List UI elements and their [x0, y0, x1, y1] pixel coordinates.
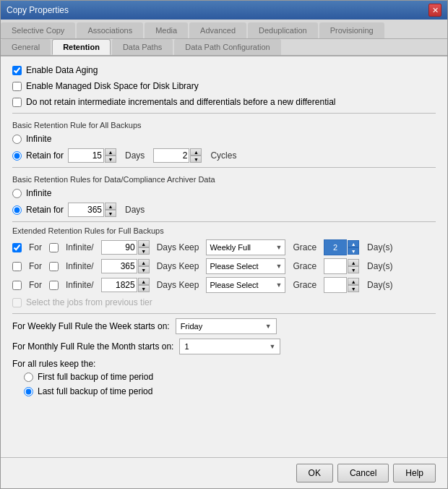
tab-general[interactable]: General: [1, 39, 51, 55]
tab-data-path-config[interactable]: Data Path Configuration: [174, 39, 280, 55]
divider1: [12, 113, 436, 114]
compliance-days-spinbtns: ▲ ▼: [105, 203, 116, 217]
managed-disk-checkbox[interactable]: [12, 82, 22, 91]
cancel-button[interactable]: Cancel: [337, 464, 389, 482]
tab-retention[interactable]: Retention: [52, 39, 111, 55]
compliance-retain-row: Retain for 365 ▲ ▼ Days: [12, 203, 436, 217]
ext-row1-infinite-checkbox[interactable]: [49, 243, 59, 252]
ext-row3-up[interactable]: ▲: [138, 278, 150, 285]
ext-row2-grace-up[interactable]: ▲: [348, 259, 359, 266]
close-button[interactable]: ✕: [428, 4, 441, 17]
enable-aging-checkbox[interactable]: [12, 66, 22, 75]
ext-row2-for-checkbox[interactable]: [12, 262, 22, 271]
ext-row2-grace-spin: ▲ ▼: [324, 258, 360, 274]
ext-row1-grace-num: 2: [333, 243, 337, 252]
compliance-days-label: Days: [125, 205, 145, 215]
tab-advanced[interactable]: Advanced: [189, 22, 246, 38]
ext-row2-days-input[interactable]: [101, 259, 137, 273]
managed-disk-label: Enable Managed Disk Space for Disk Libra…: [26, 81, 199, 91]
ext-row1-down[interactable]: ▼: [138, 247, 150, 255]
tab-deduplication[interactable]: Deduplication: [248, 22, 318, 38]
ext-row3-days-input[interactable]: [101, 278, 137, 292]
basic-retain-radio[interactable]: [12, 151, 22, 161]
compliance-days-down[interactable]: ▼: [105, 210, 116, 217]
basic-days-down[interactable]: ▼: [105, 156, 116, 163]
ext-row2-days-label: Days Keep: [157, 261, 199, 271]
extended-row-1: For Infinite/ ▲ ▼ Days Keep Weekly Full …: [12, 239, 436, 255]
full-backup-rule-section: For all rules keep the: First full backu…: [12, 359, 436, 396]
ext-row3-keep-dropdown[interactable]: Please Select ▼: [206, 277, 285, 293]
ext-row3-grace-down[interactable]: ▼: [348, 285, 359, 292]
compliance-days-input[interactable]: 365: [68, 203, 104, 217]
ext-row3-keep-value: Please Select: [210, 281, 258, 289]
content-area: Enable Data Aging Enable Managed Disk Sp…: [1, 56, 447, 457]
extended-row-2: For Infinite/ ▲ ▼ Days Keep Please Selec…: [12, 258, 436, 274]
ext-row2-infinite-checkbox[interactable]: [49, 262, 59, 271]
basic-days-input[interactable]: 15: [68, 148, 104, 163]
basic-cycles-input[interactable]: 2: [153, 148, 189, 163]
tab-data-paths[interactable]: Data Paths: [112, 39, 173, 55]
managed-disk-row: Enable Managed Disk Space for Disk Libra…: [12, 81, 436, 91]
ext-row3-days-spin: ▲ ▼: [101, 278, 150, 292]
weekly-rule-dropdown[interactable]: Friday ▼: [176, 318, 277, 334]
ext-row1-up[interactable]: ▲: [138, 240, 150, 247]
ext-row2-spinbtns: ▲ ▼: [138, 259, 150, 273]
tab-media[interactable]: Media: [145, 22, 188, 38]
select-jobs-row: Select the jobs from previous tier: [12, 297, 436, 307]
monthly-rule-value: 1: [184, 342, 189, 351]
ext-row2-infinite-label: Infinite/: [66, 261, 94, 271]
data-compliance-title: Basic Retention Rules for Data/Complianc…: [12, 175, 436, 184]
tab-selective-copy[interactable]: Selective Copy: [1, 22, 75, 38]
ext-row3-dropdown-arrow: ▼: [275, 281, 282, 289]
basic-cycles-up[interactable]: ▲: [190, 148, 202, 156]
ext-row2-up[interactable]: ▲: [138, 259, 150, 266]
ext-row3-for-checkbox[interactable]: [12, 281, 22, 290]
extended-row-3: For Infinite/ ▲ ▼ Days Keep Please Selec…: [12, 277, 436, 293]
ext-row3-grace-spinbtns: ▲ ▼: [348, 278, 359, 292]
no-retain-incremental-row: Do not retain intermediate incrementals …: [12, 97, 436, 107]
first-full-radio[interactable]: [24, 373, 33, 382]
ext-row2-down[interactable]: ▼: [138, 266, 150, 273]
last-full-label: Last full backup of time period: [38, 386, 152, 396]
ext-row2-grace-down[interactable]: ▼: [348, 266, 359, 273]
basic-retention-title: Basic Retention Rule for All Backups: [12, 121, 436, 129]
first-full-backup-row: First full backup of time period: [24, 372, 436, 382]
ext-row1-grace-down[interactable]: ▼: [348, 247, 359, 255]
ext-row3-days-label: Days Keep: [157, 280, 199, 290]
ext-row1-keep-value: Weekly Full: [210, 243, 251, 252]
compliance-days-up[interactable]: ▲: [105, 203, 116, 210]
ext-row2-keep-value: Please Select: [210, 262, 258, 271]
no-retain-incremental-label: Do not retain intermediate incrementals …: [26, 97, 335, 107]
basic-cycles-down[interactable]: ▼: [190, 156, 202, 163]
compliance-retain-label: Retain for: [26, 205, 64, 215]
ext-row1-spinbtns: ▲ ▼: [138, 240, 150, 255]
basic-days-up[interactable]: ▲: [105, 148, 116, 156]
tab-associations[interactable]: Associations: [77, 22, 143, 38]
last-full-backup-row: Last full backup of time period: [24, 386, 436, 396]
monthly-rule-dropdown[interactable]: 1 ▼: [179, 339, 280, 354]
ext-row2-days-spin: ▲ ▼: [101, 259, 150, 273]
ext-row1-days-spin: ▲ ▼: [101, 240, 150, 255]
ext-row2-keep-dropdown[interactable]: Please Select ▼: [206, 258, 285, 274]
no-retain-incremental-checkbox[interactable]: [12, 98, 22, 107]
compliance-retain-radio[interactable]: [12, 205, 22, 215]
ok-button[interactable]: OK: [296, 464, 333, 482]
ext-row3-infinite-checkbox[interactable]: [49, 281, 59, 290]
compliance-infinite-radio[interactable]: [12, 189, 22, 198]
weekly-rule-value: Friday: [181, 322, 203, 331]
ext-row1-for-checkbox[interactable]: [12, 243, 22, 252]
ext-row1-days-unit: Day(s): [367, 242, 392, 252]
ext-row1-grace-up[interactable]: ▲: [348, 240, 359, 247]
help-button[interactable]: Help: [393, 464, 436, 482]
basic-cycles-spinbtns: ▲ ▼: [190, 148, 202, 163]
ext-row3-grace-up[interactable]: ▲: [348, 278, 359, 285]
ext-row2-dropdown-arrow: ▼: [275, 263, 282, 270]
last-full-radio[interactable]: [24, 387, 33, 396]
ext-row1-keep-dropdown[interactable]: Weekly Full ▼: [206, 239, 285, 255]
ext-row1-days-input[interactable]: [101, 240, 137, 255]
tab-provisioning[interactable]: Provisioning: [319, 22, 384, 38]
compliance-days-spin: 365 ▲ ▼: [68, 203, 116, 217]
ext-row3-down[interactable]: ▼: [138, 285, 150, 292]
select-jobs-checkbox[interactable]: [12, 298, 22, 307]
basic-infinite-radio[interactable]: [12, 135, 22, 144]
